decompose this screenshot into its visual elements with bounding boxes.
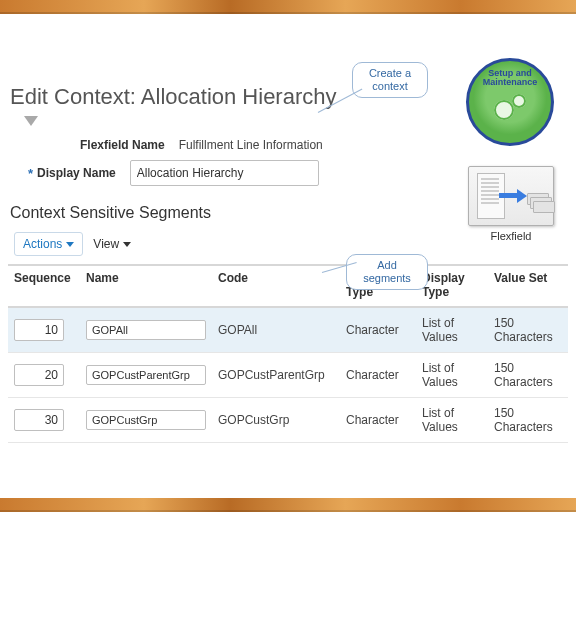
col-name: Name: [80, 265, 212, 307]
value-set-cell: 150 Characters: [488, 307, 568, 353]
sequence-input[interactable]: [14, 409, 64, 431]
display-type-cell: List of Values: [416, 307, 488, 353]
view-label: View: [93, 237, 119, 251]
code-cell: GOPAll: [212, 307, 340, 353]
value-data-type-cell: Character: [340, 352, 416, 397]
setup-badge-line2: Maintenance: [483, 78, 538, 87]
collapse-icon[interactable]: [24, 116, 38, 126]
gears-icon: [488, 94, 532, 124]
footer-stripe: [0, 498, 576, 512]
actions-button[interactable]: Actions: [14, 232, 83, 256]
sequence-input[interactable]: [14, 364, 64, 386]
name-input[interactable]: [86, 365, 206, 385]
flexfield-name-value: Fulfillment Line Information: [179, 138, 323, 152]
flexfield-icon: [468, 166, 554, 226]
value-set-cell: 150 Characters: [488, 397, 568, 442]
sequence-input[interactable]: [14, 319, 64, 341]
table-row[interactable]: GOPAll Character List of Values 150 Char…: [8, 307, 568, 353]
display-type-cell: List of Values: [416, 397, 488, 442]
view-menu[interactable]: View: [93, 237, 131, 251]
col-sequence: Sequence: [8, 265, 80, 307]
callout-create-context: Create a context: [352, 62, 428, 98]
callout-add-segments: Add segments: [346, 254, 428, 290]
segments-table: Sequence Name Code Value Data Type Displ…: [8, 264, 568, 443]
table-header-row: Sequence Name Code Value Data Type Displ…: [8, 265, 568, 307]
code-cell: GOPCustParentGrp: [212, 352, 340, 397]
display-name-label: Display Name: [37, 166, 116, 180]
value-data-type-cell: Character: [340, 397, 416, 442]
display-name-input[interactable]: [130, 160, 319, 186]
code-cell: GOPCustGrp: [212, 397, 340, 442]
actions-label: Actions: [23, 237, 62, 251]
required-asterisk-icon: *: [28, 166, 33, 181]
flexfield-caption: Flexfield: [468, 230, 554, 242]
name-input[interactable]: [86, 320, 206, 340]
flexfield-name-label: Flexfield Name: [80, 138, 165, 152]
name-input[interactable]: [86, 410, 206, 430]
display-type-cell: List of Values: [416, 352, 488, 397]
value-set-cell: 150 Characters: [488, 352, 568, 397]
setup-maintenance-badge[interactable]: Setup and Maintenance: [466, 58, 554, 146]
chevron-down-icon: [66, 242, 74, 247]
flexfield-thumbnail[interactable]: Flexfield: [468, 166, 554, 242]
value-data-type-cell: Character: [340, 307, 416, 353]
chevron-down-icon: [123, 242, 131, 247]
col-value-set: Value Set: [488, 265, 568, 307]
table-row[interactable]: GOPCustParentGrp Character List of Value…: [8, 352, 568, 397]
table-row[interactable]: GOPCustGrp Character List of Values 150 …: [8, 397, 568, 442]
header-stripe: [0, 0, 576, 14]
